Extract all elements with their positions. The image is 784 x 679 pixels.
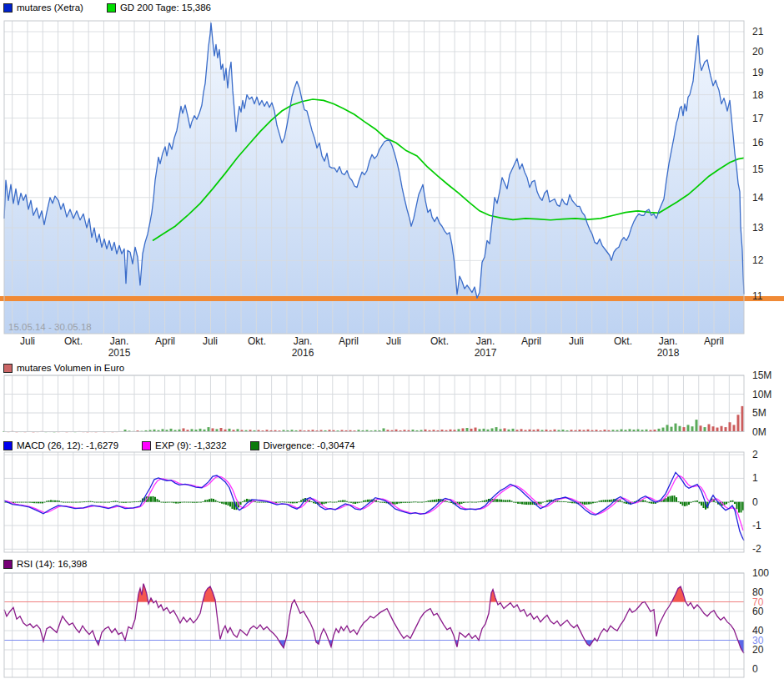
svg-text:1: 1 [752, 472, 758, 484]
svg-text:April: April [339, 335, 359, 347]
price-chart: 212019181716151413121115.05.14 - 30.05.1… [0, 0, 784, 360]
svg-text:Jan.: Jan. [110, 335, 129, 347]
svg-text:0: 0 [752, 663, 758, 675]
exp-series-label: EXP (9): -1,3232 [155, 440, 226, 450]
svg-text:19: 19 [752, 67, 764, 78]
svg-text:21: 21 [752, 26, 764, 38]
price-legend: mutares (Xetra) GD 200 Tage: 15,386 [3, 3, 234, 13]
legend-item-volume: mutares Volumen in Euro [3, 363, 124, 373]
svg-text:Juli: Juli [203, 335, 218, 347]
svg-text:Okt.: Okt. [614, 335, 632, 347]
legend-item-gd200: GD 200 Tage: 15,386 [107, 3, 211, 13]
svg-text:2: 2 [752, 449, 758, 460]
svg-text:Juli: Juli [20, 335, 35, 347]
svg-text:11: 11 [752, 290, 763, 302]
svg-text:Juli: Juli [386, 335, 401, 347]
svg-text:April: April [155, 335, 175, 347]
price-series-swatch-icon [3, 3, 13, 13]
svg-text:2015: 2015 [108, 347, 131, 359]
svg-text:5M: 5M [752, 407, 766, 419]
svg-text:0: 0 [752, 496, 758, 508]
macd-legend: MACD (26, 12): -1,6279 EXP (9): -1,3232 … [3, 440, 379, 450]
gd200-series-label: GD 200 Tage: 15,386 [120, 3, 211, 13]
svg-text:13: 13 [752, 222, 764, 234]
svg-text:12: 12 [752, 254, 764, 266]
svg-text:2017: 2017 [475, 347, 497, 359]
svg-text:15.05.14 - 30.05.18: 15.05.14 - 30.05.18 [8, 322, 92, 332]
macd-series-label: MACD (26, 12): -1,6279 [17, 440, 118, 450]
volume-series-swatch-icon [3, 364, 13, 373]
rsi-chart: 1008070604030200 [0, 554, 784, 679]
svg-text:20: 20 [752, 46, 764, 58]
svg-text:17: 17 [752, 113, 764, 124]
legend-item-exp: EXP (9): -1,3232 [142, 440, 226, 450]
svg-text:Juli: Juli [569, 335, 584, 347]
svg-text:2016: 2016 [292, 347, 314, 359]
legend-item-rsi: RSI (14): 16,398 [3, 559, 87, 569]
svg-text:2018: 2018 [657, 347, 680, 359]
macd-chart: 210-1-2 [0, 440, 784, 557]
svg-text:Okt.: Okt. [248, 335, 266, 347]
legend-item-macd: MACD (26, 12): -1,6279 [3, 440, 118, 450]
svg-text:Jan.: Jan. [659, 335, 678, 347]
macd-series-swatch-icon [3, 441, 13, 450]
exp-series-swatch-icon [142, 441, 151, 450]
svg-text:-1: -1 [752, 520, 761, 531]
svg-text:Jan.: Jan. [294, 335, 313, 347]
rsi-series-swatch-icon [3, 560, 13, 569]
rsi-series-label: RSI (14): 16,398 [17, 559, 87, 569]
svg-text:April: April [704, 335, 724, 347]
rsi-legend: RSI (14): 16,398 [3, 559, 110, 569]
svg-text:Okt.: Okt. [430, 335, 449, 347]
svg-text:10M: 10M [752, 389, 771, 400]
svg-text:15M: 15M [752, 370, 771, 381]
svg-text:18: 18 [752, 89, 764, 101]
legend-item-divergence: Divergence: -0,30474 [250, 440, 355, 450]
gd200-series-swatch-icon [107, 3, 116, 13]
svg-text:14: 14 [752, 192, 764, 204]
svg-text:0M: 0M [752, 426, 766, 438]
legend-item-price: mutares (Xetra) [3, 3, 83, 13]
svg-text:Jan.: Jan. [476, 335, 495, 347]
svg-text:60: 60 [752, 606, 764, 617]
volume-series-label: mutares Volumen in Euro [17, 363, 124, 373]
svg-text:April: April [521, 335, 541, 347]
svg-text:15: 15 [752, 163, 764, 175]
divergence-series-label: Divergence: -0,30474 [264, 440, 355, 450]
chart-page: { "range_label": "15.05.14 - 30.05.18", … [0, 0, 784, 679]
svg-text:100: 100 [752, 567, 769, 579]
svg-text:16: 16 [752, 137, 764, 148]
svg-text:20: 20 [752, 644, 764, 656]
price-series-label: mutares (Xetra) [17, 3, 83, 13]
volume-legend: mutares Volumen in Euro [3, 363, 148, 373]
svg-text:Okt.: Okt. [64, 335, 83, 347]
divergence-series-swatch-icon [250, 441, 259, 450]
